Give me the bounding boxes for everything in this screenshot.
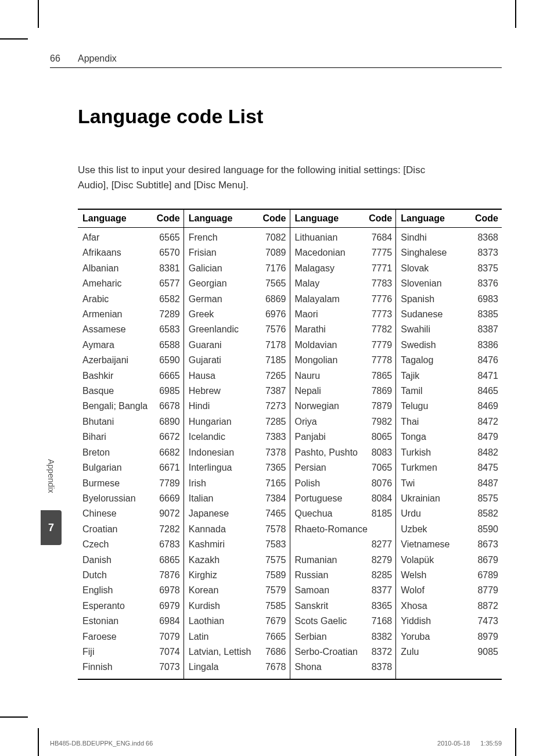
header-section-title: Appendix	[78, 53, 117, 64]
table-row: Nauru7865	[295, 368, 393, 384]
language-code: 8387	[474, 322, 498, 337]
language-code: 7679	[262, 614, 286, 629]
table-row: Spanish6983	[401, 292, 498, 307]
language-code: 6590	[156, 353, 180, 368]
language-name: Quechua	[295, 506, 368, 521]
table-row: Bhutani6890	[82, 414, 180, 429]
language-name: Afar	[82, 230, 156, 245]
language-name: Bulgarian	[82, 460, 156, 475]
language-name: Georgian	[189, 276, 262, 291]
language-name: Spanish	[401, 292, 474, 307]
language-code: 8382	[368, 629, 393, 644]
table-row: Kannada7578	[189, 522, 286, 537]
language-code: 7576	[262, 322, 286, 337]
language-name: Latin	[189, 629, 262, 644]
table-row: Bashkir6665	[82, 368, 180, 384]
language-name: Bashkir	[82, 368, 156, 384]
language-name: Hungarian	[189, 414, 262, 429]
table-row: French7082	[189, 230, 286, 245]
language-name: Maori	[295, 307, 368, 322]
language-name: Burmese	[82, 476, 156, 491]
language-name: Hebrew	[189, 384, 262, 399]
language-code: 7384	[262, 491, 286, 506]
language-code: 6682	[156, 445, 180, 460]
language-name: Mongolian	[295, 353, 368, 368]
language-name: Fiji	[82, 644, 156, 660]
language-name: Bhutani	[82, 414, 156, 429]
language-name: Macedonian	[295, 245, 368, 260]
language-name: Rumanian	[295, 553, 368, 568]
page-title: Language code List	[78, 105, 502, 128]
language-name: Serbian	[295, 629, 368, 644]
language-code: 6577	[156, 276, 180, 291]
language-name: Volapük	[401, 553, 474, 568]
language-code: 8378	[368, 660, 393, 675]
language-code: 6583	[156, 322, 180, 337]
table-row: Nepali7869	[295, 384, 393, 399]
language-name: Yiddish	[401, 614, 474, 629]
language-code: 7365	[262, 460, 286, 475]
language-name: Twi	[401, 476, 474, 491]
footer: HB485-DB.BDEUPPK_ENG.indd 66 2010-05-18 …	[50, 740, 502, 747]
table-row: 8277	[295, 537, 393, 552]
table-row: Rhaeto-Romance	[295, 522, 393, 537]
language-code: 8472	[474, 414, 498, 429]
language-code: 6665	[156, 368, 180, 384]
table-row: Greek6976	[189, 307, 286, 322]
language-name: Zulu	[401, 644, 474, 660]
language-code: 7778	[368, 353, 393, 368]
crop-mark	[515, 0, 516, 28]
language-name: Latvian, Lettish	[189, 644, 262, 660]
language-code: 6672	[156, 429, 180, 445]
table-row: Telugu8469	[401, 399, 498, 414]
language-name: Afrikaans	[82, 245, 156, 260]
table-column-header: LanguageCode	[396, 210, 502, 228]
table-row: Ameharic6577	[82, 276, 180, 291]
table-row: Kurdish7585	[189, 599, 286, 614]
language-name: Russian	[295, 568, 368, 583]
table-row: Zulu9085	[401, 644, 498, 660]
table-column: LanguageCodeLithuanian7684Macedonian7775…	[290, 210, 397, 679]
page: 66 Appendix Language code List Use this …	[0, 0, 554, 756]
language-code: 8277	[368, 537, 393, 552]
language-name: Turkmen	[401, 460, 474, 475]
language-code: 8386	[474, 338, 498, 353]
language-code: 7178	[262, 338, 286, 353]
language-code: 8377	[368, 583, 393, 598]
language-name: Oriya	[295, 414, 368, 429]
table-row: Hebrew7387	[189, 384, 286, 399]
language-name: Malagasy	[295, 261, 368, 276]
language-code: 8779	[474, 583, 498, 598]
language-name: Laothian	[189, 614, 262, 629]
table-row: Volapük8679	[401, 553, 498, 568]
language-name: Azerbaijani	[82, 353, 156, 368]
table-row: Finnish7073	[82, 660, 180, 675]
table-row: Shona8378	[295, 660, 393, 675]
table-row: Uzbek8590	[401, 522, 498, 537]
col-header-code: Code	[369, 213, 392, 224]
language-name: Kirghiz	[189, 568, 262, 583]
language-code: 7869	[368, 384, 393, 399]
language-name: Estonian	[82, 614, 156, 629]
table-row: Marathi7782	[295, 322, 393, 337]
language-code: 6570	[156, 245, 180, 260]
language-code: 8475	[474, 460, 498, 475]
language-name: Swahili	[401, 322, 474, 337]
language-name: Singhalese	[401, 245, 474, 260]
language-code: 7289	[156, 307, 180, 322]
language-name: Greek	[189, 307, 262, 322]
language-code: 7865	[368, 368, 393, 384]
table-rows: Afar6565Afrikaans6570Albanian8381Amehari…	[78, 228, 184, 679]
language-name: Basque	[82, 384, 156, 399]
language-code: 7565	[262, 276, 286, 291]
language-code: 7165	[262, 476, 286, 491]
table-row: Czech6783	[82, 537, 180, 552]
language-name: Indonesian	[189, 445, 262, 460]
table-row: Welsh6789	[401, 568, 498, 583]
table-row: Afrikaans6570	[82, 245, 180, 260]
table-row: Bulgarian6671	[82, 460, 180, 475]
table-row: Kirghiz7589	[189, 568, 286, 583]
table-row: Azerbaijani6590	[82, 353, 180, 368]
language-code: 7783	[368, 276, 393, 291]
table-row: Kazakh7575	[189, 553, 286, 568]
